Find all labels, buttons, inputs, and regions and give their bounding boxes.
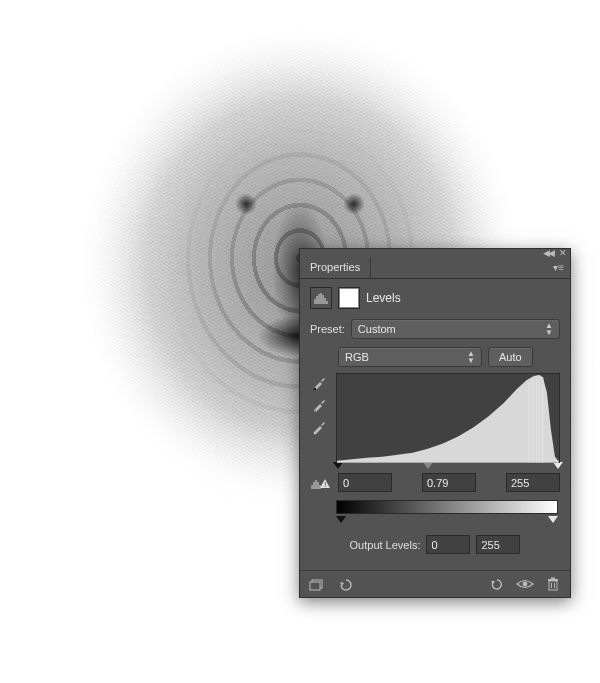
adjustment-title: Levels [366, 291, 401, 305]
output-gradient[interactable] [336, 500, 558, 514]
svg-point-7 [314, 388, 316, 390]
output-slider-track[interactable] [336, 516, 558, 523]
eyedropper-gray-icon[interactable] [310, 397, 328, 413]
channel-row: RGB ▲▼ Auto [338, 347, 560, 367]
svg-point-9 [314, 432, 316, 434]
input-levels-row: ! 0 0.79 255 [310, 473, 560, 492]
histogram [336, 373, 560, 463]
output-shadow-field[interactable]: 0 [426, 535, 470, 554]
shadow-slider-handle[interactable] [333, 462, 343, 469]
input-mid-field[interactable]: 0.79 [422, 473, 476, 492]
panel-top-bar[interactable]: ◀◀ ✕ [300, 249, 570, 257]
svg-point-8 [314, 410, 316, 412]
output-highlight-field[interactable]: 255 [476, 535, 520, 554]
preset-row: Preset: Custom ▲▼ [310, 319, 560, 339]
close-icon[interactable]: ✕ [559, 248, 567, 258]
mask-icon[interactable] [338, 287, 360, 309]
eyedropper-black-icon[interactable] [310, 375, 328, 391]
channel-select[interactable]: RGB ▲▼ [338, 347, 482, 367]
svg-rect-22 [310, 582, 320, 590]
panel-menu-icon[interactable]: ▾≡ [547, 258, 570, 277]
output-levels-row: Output Levels: 0 255 [310, 535, 560, 554]
midtone-slider-handle[interactable] [423, 462, 433, 469]
output-label: Output Levels: [350, 539, 421, 551]
adjustment-header: Levels [310, 287, 560, 309]
output-highlight-handle[interactable] [548, 516, 558, 523]
clip-to-layer-icon[interactable] [308, 576, 326, 592]
input-shadow-field[interactable]: 0 [338, 473, 392, 492]
eyedropper-column [310, 373, 328, 463]
preset-select[interactable]: Custom ▲▼ [351, 319, 560, 339]
visibility-icon[interactable] [516, 576, 534, 592]
channel-value: RGB [345, 351, 369, 363]
levels-icon[interactable] [310, 287, 332, 309]
svg-rect-24 [549, 581, 557, 590]
panel-tab-row: Properties ▾≡ [300, 257, 570, 279]
trash-icon[interactable] [544, 576, 562, 592]
tab-properties[interactable]: Properties [300, 257, 371, 278]
svg-rect-28 [551, 578, 555, 580]
input-highlight-field[interactable]: 255 [506, 473, 560, 492]
reset-icon[interactable] [488, 576, 506, 592]
highlight-slider-handle[interactable] [553, 462, 563, 469]
svg-point-23 [523, 582, 528, 587]
svg-rect-27 [548, 579, 558, 581]
preset-value: Custom [358, 323, 396, 335]
properties-panel: ◀◀ ✕ Properties ▾≡ Levels Preset: Custom… [299, 248, 571, 598]
clip-warning-icon[interactable]: ! [310, 476, 332, 490]
preset-label: Preset: [310, 323, 345, 335]
output-shadow-handle[interactable] [336, 516, 346, 523]
prev-state-icon[interactable] [336, 576, 354, 592]
eyedropper-white-icon[interactable] [310, 419, 328, 435]
input-slider-track[interactable] [336, 462, 560, 469]
svg-text:!: ! [324, 481, 326, 488]
panel-footer [300, 570, 570, 597]
auto-button[interactable]: Auto [488, 347, 533, 367]
collapse-icon[interactable]: ◀◀ [543, 248, 553, 258]
